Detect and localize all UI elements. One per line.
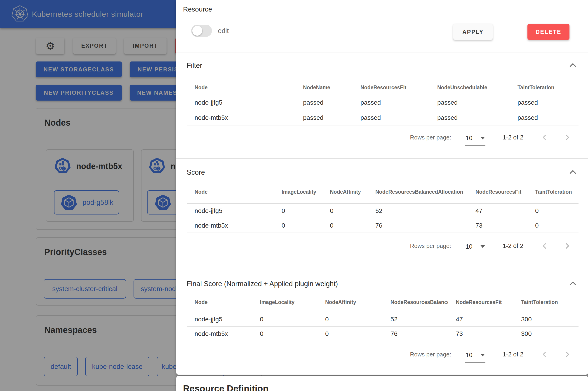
resource-definition-title: Resource Definition: [183, 384, 268, 391]
previous-page-button[interactable]: [540, 132, 550, 142]
table-cell: node-jjfg5: [187, 203, 274, 218]
divider: [176, 270, 588, 270]
rows-per-page-value: 10: [466, 135, 472, 142]
divider: [176, 158, 588, 159]
rows-per-page-value: 10: [466, 243, 472, 250]
column-header: Node: [187, 80, 295, 95]
table-cell: node-mtb5x: [187, 110, 295, 125]
table-cell: 73: [448, 327, 513, 341]
edit-toggle-label: edit: [218, 25, 229, 37]
table-cell: 0: [322, 218, 367, 233]
resource-detail-drawer: Resource edit APPLY DELETE Filter NodeNo…: [176, 0, 588, 391]
column-header: Node: [187, 293, 252, 312]
table-cell: passed: [429, 110, 509, 125]
table-cell: passed: [429, 95, 509, 110]
table-row[interactable]: node-mtb5xpassedpassedpassedpassed: [187, 110, 579, 125]
previous-page-button[interactable]: [540, 241, 550, 251]
next-page-button[interactable]: [562, 349, 572, 359]
caret-down-icon: [480, 137, 485, 139]
table-header-row: NodeImageLocalityNodeAffinityNodeResourc…: [187, 293, 579, 312]
column-header: ImageLocality: [274, 181, 322, 203]
rows-per-page-label: Rows per page:: [410, 134, 451, 141]
rows-per-page-label: Rows per page:: [410, 351, 451, 358]
chevron-right-icon: [564, 351, 570, 357]
table-cell: passed: [509, 110, 579, 125]
column-header: NodeResourcesBalancedAllocation: [383, 293, 448, 312]
table-cell: 47: [468, 203, 527, 218]
drawer-title: Resource: [183, 5, 212, 13]
chevron-left-icon: [542, 134, 548, 140]
table-header-row: NodeNodeNameNodeResourcesFitNodeUnschedu…: [187, 80, 579, 95]
rows-per-page-select[interactable]: 10: [465, 242, 485, 254]
table-row[interactable]: node-jjfg50052470: [187, 203, 579, 218]
chevron-right-icon: [564, 134, 570, 140]
table-cell: node-mtb5x: [187, 218, 274, 233]
collapse-filter-button[interactable]: [568, 61, 577, 70]
kube-scheduler-simulator-app: Kubernetes scheduler simulator ⚙ EXPORT …: [0, 0, 588, 391]
delete-button[interactable]: DELETE: [527, 24, 570, 40]
chevron-left-icon: [542, 243, 548, 249]
table-cell: 0: [527, 218, 579, 233]
divider: [176, 52, 588, 52]
score-table: NodeImageLocalityNodeAffinityNodeResourc…: [187, 181, 579, 233]
edit-toggle[interactable]: [191, 25, 212, 37]
table-row[interactable]: node-mtb5x0076730: [187, 218, 579, 233]
table-cell: 52: [383, 312, 448, 327]
table-cell: node-jjfg5: [187, 312, 252, 327]
table-cell: 0: [274, 203, 322, 218]
table-cell: 76: [367, 218, 468, 233]
column-header: NodeAffinity: [317, 293, 383, 312]
table-cell: 52: [367, 203, 468, 218]
collapse-score-button[interactable]: [568, 168, 577, 177]
final-score-pagination: Rows per page: 10 1-2 of 2: [410, 348, 572, 361]
table-cell: 0: [274, 218, 322, 233]
column-header: TaintToleration: [509, 80, 579, 95]
column-header: NodeResourcesFit: [468, 181, 527, 203]
score-pagination: Rows per page: 10 1-2 of 2: [410, 239, 572, 253]
caret-down-icon: [480, 354, 485, 356]
table-cell: 0: [252, 312, 317, 327]
final-score-section-title: Final Score (Normalized + Applied plugin…: [187, 280, 338, 288]
table-cell: 47: [448, 312, 513, 327]
apply-button[interactable]: APPLY: [453, 24, 493, 40]
table-cell: node-mtb5x: [187, 327, 252, 341]
table-row[interactable]: node-jjfg5passedpassedpassedpassed: [187, 95, 579, 110]
column-header: Node: [187, 181, 274, 203]
table-cell: passed: [295, 95, 352, 110]
filter-table: NodeNodeNameNodeResourcesFitNodeUnschedu…: [187, 80, 579, 125]
chevron-up-icon: [569, 281, 577, 286]
rows-per-page-select[interactable]: 10: [465, 134, 485, 146]
chevron-left-icon: [542, 351, 548, 357]
toggle-thumb: [192, 26, 202, 36]
table-row[interactable]: node-mtb5x007673300: [187, 327, 579, 341]
rows-per-page-label: Rows per page:: [410, 243, 451, 250]
chevron-right-icon: [564, 243, 570, 249]
column-header: NodeUnschedulable: [429, 80, 509, 95]
column-header: TaintToleration: [513, 293, 579, 312]
table-cell: 0: [322, 203, 367, 218]
table-cell: 300: [513, 327, 579, 341]
table-cell: 76: [383, 327, 448, 341]
filter-section-title: Filter: [187, 62, 202, 70]
page-range: 1-2 of 2: [503, 134, 523, 141]
rows-per-page-select[interactable]: 10: [465, 351, 485, 363]
chevron-up-icon: [569, 170, 577, 174]
column-header: ImageLocality: [252, 293, 317, 312]
column-header: NodeName: [295, 80, 352, 95]
filter-pagination: Rows per page: 10 1-2 of 2: [410, 131, 572, 144]
previous-page-button[interactable]: [540, 349, 550, 359]
table-cell: 300: [513, 312, 579, 327]
table-cell: passed: [352, 110, 429, 125]
column-header: NodeAffinity: [322, 181, 367, 203]
final-score-table: NodeImageLocalityNodeAffinityNodeResourc…: [187, 293, 579, 341]
next-page-button[interactable]: [562, 132, 572, 142]
table-cell: 0: [527, 203, 579, 218]
next-page-button[interactable]: [562, 241, 572, 251]
table-cell: node-jjfg5: [187, 95, 295, 110]
page-range: 1-2 of 2: [503, 351, 523, 358]
collapse-final-score-button[interactable]: [568, 279, 577, 288]
rows-per-page-value: 10: [466, 352, 472, 359]
column-header: NodeResourcesBalancedAllocation: [367, 181, 468, 203]
table-cell: 0: [317, 327, 383, 341]
table-row[interactable]: node-jjfg5005247300: [187, 312, 579, 327]
